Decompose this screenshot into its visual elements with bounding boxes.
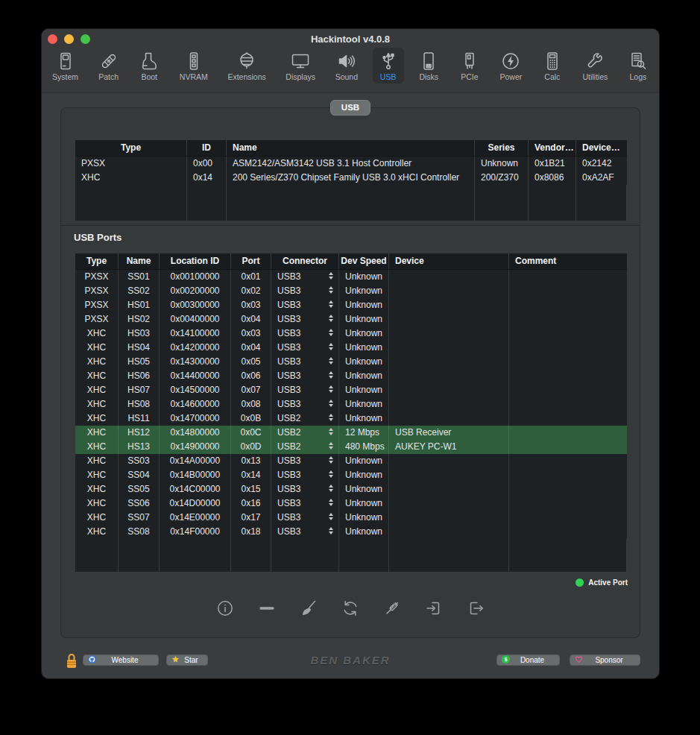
connector-stepper[interactable] xyxy=(329,329,333,336)
connector-stepper[interactable] xyxy=(329,428,333,435)
info-button[interactable] xyxy=(215,600,235,619)
empty-cell xyxy=(475,185,529,221)
usb-port-row[interactable]: XHCHS110x147000000x0BUSB2Unknown xyxy=(75,411,627,426)
usb-port-row[interactable]: PXSXSS010x001000000x01USB3Unknown xyxy=(75,270,627,284)
usb-port-row[interactable]: XHCSS060x14D000000x16USB3Unknown xyxy=(75,496,627,511)
usb-port-row[interactable]: XHCHS050x143000000x05USB3Unknown xyxy=(75,355,627,369)
usb-port-row[interactable]: XHCSS070x14E000000x17USB3Unknown xyxy=(75,511,627,525)
connector-stepper[interactable] xyxy=(329,527,333,534)
usb-port-row[interactable]: XHCSS080x14F000000x18USB3Unknown xyxy=(75,525,627,539)
toolbar-item-utilities[interactable]: Utilities xyxy=(577,48,613,83)
connector-stepper[interactable] xyxy=(329,343,333,350)
sponsor-button[interactable]: Sponsor xyxy=(570,654,640,666)
cell-vendor-id: 0x8086 xyxy=(529,171,576,185)
import-button[interactable] xyxy=(424,600,444,619)
cell-port: 0x18 xyxy=(231,525,271,539)
cell-location-id: 0x00200000 xyxy=(160,284,231,298)
donate-button[interactable]: $ Donate xyxy=(496,654,560,666)
connector-stepper[interactable] xyxy=(329,385,333,393)
usb-port-row[interactable]: XHCHS070x145000000x07USB3Unknown xyxy=(75,383,627,397)
cell-type: XHC xyxy=(75,482,119,496)
connector-stepper[interactable] xyxy=(329,485,333,492)
donate-label: Donate xyxy=(510,656,555,664)
column-header-name[interactable]: Name xyxy=(227,140,475,156)
column-header-type[interactable]: Type xyxy=(75,140,187,156)
cell-name: HS13 xyxy=(119,440,160,454)
connector-stepper[interactable] xyxy=(329,513,333,520)
connector-stepper[interactable] xyxy=(329,456,333,464)
toolbar-item-boot[interactable]: Boot xyxy=(133,48,165,83)
cell-name: HS01 xyxy=(119,298,160,312)
cell-dev-speed: Unknown xyxy=(339,298,389,312)
controller-row[interactable]: PXSX0x00ASM2142/ASM3142 USB 3.1 Host Con… xyxy=(75,157,627,171)
column-header-location-id[interactable]: Location ID xyxy=(160,253,231,269)
column-header-device[interactable]: Device xyxy=(389,253,509,269)
toolbar-item-power[interactable]: Power xyxy=(494,48,527,83)
connector-stepper[interactable] xyxy=(329,400,333,407)
usb-port-row[interactable]: XHCHS130x149000000x0DUSB2480 MbpsAUKEY P… xyxy=(75,440,627,454)
cell-name: SS04 xyxy=(119,468,160,482)
active-port-label: Active Port xyxy=(588,578,628,587)
usb-port-row[interactable]: PXSXSS020x002000000x02USB3Unknown xyxy=(75,284,627,298)
tab-usb-pill[interactable]: USB xyxy=(330,100,371,116)
connector-stepper[interactable] xyxy=(329,286,333,294)
toolbar-item-disks[interactable]: Disks xyxy=(413,48,444,83)
column-header-connector[interactable]: Connector xyxy=(271,253,339,269)
column-header-vendor-[interactable]: Vendor… xyxy=(529,140,576,156)
usb-port-row[interactable]: XHCHS080x146000000x08USB3Unknown xyxy=(75,397,627,411)
column-header-device-[interactable]: Device… xyxy=(576,140,627,156)
toolbar-item-patch[interactable]: Patch xyxy=(93,48,124,83)
toolbar-item-usb[interactable]: USB xyxy=(373,48,404,83)
usb-port-row[interactable]: XHCSS030x14A000000x13USB3Unknown xyxy=(75,454,627,468)
connector-stepper[interactable] xyxy=(329,442,333,449)
usb-port-row[interactable]: PXSXHS020x004000000x04USB3Unknown xyxy=(75,312,627,327)
connector-stepper[interactable] xyxy=(329,357,333,365)
empty-cell xyxy=(529,185,576,221)
column-header-type[interactable]: Type xyxy=(75,253,119,269)
toolbar-item-nvram[interactable]: NVRAM xyxy=(174,48,213,83)
toolbar-item-sound[interactable]: Sound xyxy=(330,48,363,83)
toolbar-item-logs[interactable]: Logs xyxy=(622,48,654,83)
connector-stepper[interactable] xyxy=(329,470,333,478)
export-button[interactable] xyxy=(466,600,485,619)
website-button[interactable]: Website xyxy=(83,654,159,666)
lock-icon[interactable] xyxy=(66,652,78,672)
column-header-series[interactable]: Series xyxy=(475,140,529,156)
controller-row[interactable]: XHC0x14200 Series/Z370 Chipset Family US… xyxy=(75,171,627,185)
toolbar-item-system[interactable]: System xyxy=(47,48,83,83)
usb-port-row[interactable]: XHCHS030x141000000x03USB3Unknown xyxy=(75,327,627,341)
connector-stepper[interactable] xyxy=(329,414,333,421)
usb-port-row[interactable]: PXSXHS010x003000000x03USB3Unknown xyxy=(75,298,627,312)
cell-device xyxy=(389,454,509,468)
connector-stepper[interactable] xyxy=(329,300,333,308)
clean-button[interactable] xyxy=(299,600,318,619)
cell-dev-speed: Unknown xyxy=(339,411,389,426)
connector-stepper[interactable] xyxy=(329,315,333,322)
inject-icon xyxy=(383,599,401,620)
usb-port-row[interactable]: XHCSS040x14B000000x14USB3Unknown xyxy=(75,468,627,482)
remove-button[interactable] xyxy=(257,600,277,619)
cell-device xyxy=(389,369,509,383)
toolbar-item-calc[interactable]: Calc xyxy=(537,48,568,83)
column-header-id[interactable]: ID xyxy=(187,140,227,156)
usb-port-row[interactable]: XHCHS040x142000000x04USB3Unknown xyxy=(75,341,627,355)
usb-port-row[interactable]: XHCHS120x148000000x0CUSB212 MbpsUSB Rece… xyxy=(75,426,627,440)
connector-stepper[interactable] xyxy=(329,272,333,280)
inject-button[interactable] xyxy=(382,600,402,619)
cell-comment xyxy=(509,284,627,298)
usb-port-row[interactable]: XHCHS060x144000000x06USB3Unknown xyxy=(75,369,627,383)
toolbar-item-displays[interactable]: Displays xyxy=(280,48,321,83)
star-button[interactable]: Star xyxy=(166,654,208,666)
column-header-dev-speed[interactable]: Dev Speed xyxy=(339,253,389,269)
refresh-button[interactable] xyxy=(341,600,360,619)
column-header-port[interactable]: Port xyxy=(231,253,271,269)
usb-port-row[interactable]: XHCSS050x14C000000x15USB3Unknown xyxy=(75,482,627,496)
toolbar-item-pcie[interactable]: PCIe xyxy=(454,48,485,83)
cell-location-id: 0x14800000 xyxy=(160,426,231,440)
column-header-comment[interactable]: Comment xyxy=(509,253,627,269)
connector-stepper[interactable] xyxy=(329,499,333,506)
column-header-name[interactable]: Name xyxy=(119,253,160,269)
ben-baker-logo: BEN BAKER xyxy=(310,654,390,666)
toolbar-item-extensions[interactable]: Extensions xyxy=(222,48,271,83)
connector-stepper[interactable] xyxy=(329,371,333,379)
